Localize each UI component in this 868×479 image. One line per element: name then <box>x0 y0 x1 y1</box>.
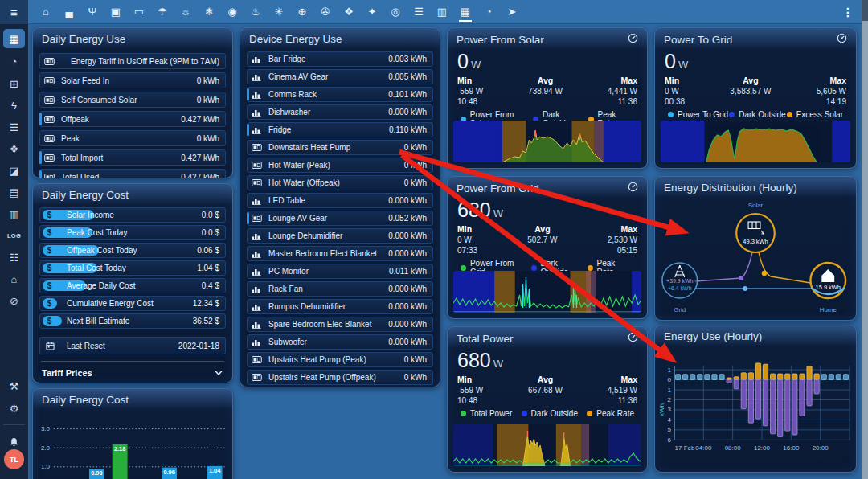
counter-icon <box>252 356 264 363</box>
list-item[interactable]: Upstairs Heat Pump (Peak)0 kWh <box>247 352 433 367</box>
list-item[interactable]: Bar Fridge0.003 kWh <box>247 51 433 67</box>
sidebar-item-edit-off[interactable]: ⊘ <box>3 291 25 310</box>
cameras-icon[interactable]: ◎ <box>388 1 403 23</box>
list-item[interactable]: Dishwasher0.000 kWh <box>247 104 433 120</box>
list-item[interactable]: Spare Bedroom Elec Blanket0.000 kWh <box>247 317 433 332</box>
list-item[interactable]: Downstairs Heat Pump0 kWh <box>247 140 433 155</box>
list-item[interactable]: LED Table0.000 kWh <box>247 193 433 208</box>
sidebar-item-lists[interactable]: ☷ <box>3 248 25 267</box>
projector-icon[interactable]: ▣ <box>108 1 123 23</box>
list-item[interactable]: Peak0 kWh <box>39 130 226 146</box>
last-reset-row[interactable]: Last Reset 2022-01-18 <box>39 337 226 354</box>
sidebar-item-dashboard[interactable]: ▦ <box>3 29 25 48</box>
list-item[interactable]: Fridge0.110 kWh <box>247 122 433 137</box>
legend-label: Power To Grid <box>678 110 728 119</box>
climate-icon[interactable]: ❄ <box>202 1 216 23</box>
cost-item[interactable]: $Total Cost Today1.04 $ <box>39 260 226 276</box>
exit-icon[interactable]: ➤ <box>505 1 519 23</box>
legend-item[interactable]: Total Power <box>461 409 512 418</box>
legend-item[interactable]: Dark Outside <box>522 409 578 418</box>
legend-item[interactable]: Dark Outside <box>729 110 785 119</box>
scrollbar[interactable] <box>862 0 868 479</box>
irrigation-icon[interactable]: ✳ <box>272 1 286 23</box>
panel-daily-cost-chart: Daily Energy Cost 3.02.01.00.902.180.961… <box>32 388 233 479</box>
legend-item[interactable]: Peak Rate <box>587 409 634 418</box>
sofa-icon[interactable]: ▄ <box>62 1 76 23</box>
sidebar-item-media[interactable]: ◪ <box>3 161 25 180</box>
panel-title: Total Power <box>457 333 514 345</box>
gauge-icon[interactable] <box>628 332 638 345</box>
sidebar-item-shield[interactable]: ❖ <box>3 139 25 158</box>
sidebar-item-home-config[interactable]: ⌂ <box>3 269 25 289</box>
list-item[interactable]: Master Bedroom Elect Blanket0.000 kWh <box>247 246 433 261</box>
bedroom-icon[interactable]: ▭ <box>132 1 146 23</box>
list-item[interactable]: Total Import0.427 kWh <box>39 149 226 166</box>
cost-item[interactable]: $Peak Cost Today0.0 $ <box>39 225 226 240</box>
hourly-bar-down <box>748 380 753 424</box>
sidebar-item-devices[interactable]: ⊞ <box>3 74 25 93</box>
energy-table-icon[interactable]: ▦ <box>458 1 473 23</box>
sidebar-item-energy[interactable]: ϟ <box>3 96 25 115</box>
hourly-bar-down <box>800 380 805 416</box>
sidebar-item-history[interactable]: ◔ <box>3 51 25 71</box>
bar-chart-icon <box>252 303 264 311</box>
gauge-icon[interactable] <box>837 33 847 46</box>
sidebar-item-todo-list[interactable]: ☰ <box>3 117 25 137</box>
list-item[interactable]: Comms Rack0.101 kWh <box>247 87 433 102</box>
gauge-icon[interactable] <box>628 33 638 46</box>
y-tick-label: 2 <box>668 396 672 403</box>
sidebar-item-logbook[interactable]: ▤ <box>3 182 25 202</box>
solar-flow-dot <box>762 271 767 276</box>
list-item[interactable]: Lounge Dehumidifier0.000 kWh <box>247 228 433 244</box>
gauge-icon[interactable] <box>628 182 638 194</box>
solar-node-circle[interactable] <box>736 214 775 252</box>
sidebar-item-developer-tools[interactable]: ⚒ <box>3 376 25 395</box>
stats-row: Min-559 W10:48 Avg738.94 W Max4,441 W11:… <box>448 73 647 107</box>
list-item[interactable]: Energy Tariff in UseOff Peak (9PM to 7AM… <box>39 53 226 69</box>
lighting-icon[interactable]: ☼ <box>178 1 193 23</box>
legend-item[interactable]: Excess Solar <box>787 110 843 119</box>
security-icon[interactable]: ❖ <box>342 1 356 23</box>
tune-icon[interactable]: ☰ <box>411 1 426 23</box>
cost-item[interactable]: $Solar Income0.0 $ <box>39 207 226 223</box>
panel-power-to-grid: Power To Grid 0W Min0 W00:38 Avg3,583.57… <box>654 27 857 169</box>
presence-icon[interactable]: ✦ <box>365 1 379 23</box>
dining-room-icon[interactable]: Ψ <box>85 1 100 23</box>
list-item[interactable]: Rumpus Dehumidifier0.000 kWh <box>247 299 433 314</box>
total-power-chart <box>453 424 641 466</box>
legend-item[interactable]: Power To Grid <box>668 110 728 119</box>
cost-bar-label: 0.90 <box>91 469 102 477</box>
sliders-icon[interactable]: ▥ <box>435 1 449 23</box>
sidebar-item-log[interactable]: LOG <box>3 226 25 245</box>
list-item[interactable]: Upstairs Heat Pump (Offpeak)0 kWh <box>247 370 433 385</box>
scrollbar-thumb[interactable] <box>862 0 868 21</box>
outdoor-icon[interactable]: ☂ <box>155 1 170 23</box>
list-item[interactable]: Hot Water (Peak)0 kWh <box>247 158 433 173</box>
spa-icon[interactable]: ♨ <box>248 1 263 23</box>
cost-item[interactable]: $Average Daily Cost0.4 $ <box>39 278 226 293</box>
list-item[interactable]: Subwoofer0.000 kWh <box>247 334 433 350</box>
list-item[interactable]: Total Used0.427 kWh <box>39 169 226 178</box>
tariff-prices-expander[interactable]: Tariff Prices <box>33 362 232 383</box>
gauges-icon[interactable]: ◔ <box>481 1 496 23</box>
list-item[interactable]: Rack Fan0.000 kWh <box>247 281 433 297</box>
list-item[interactable]: Offpeak0.427 kWh <box>39 111 226 127</box>
menu-icon[interactable]: ≡ <box>0 0 28 24</box>
list-item[interactable]: Lounge AV Gear0.052 kWh <box>247 211 433 226</box>
list-item[interactable]: Self Consumed Solar0 kWh <box>39 92 226 108</box>
network-icon[interactable]: ⊕ <box>295 1 309 23</box>
user-avatar[interactable]: TL <box>4 449 24 469</box>
list-item[interactable]: Solar Feed In0 kWh <box>39 72 226 88</box>
home-icon[interactable]: ⌂ <box>39 1 53 23</box>
laundry-icon[interactable]: ◉ <box>225 1 240 23</box>
overflow-menu-icon[interactable]: ⋮ <box>842 6 854 18</box>
list-item[interactable]: Cinema AV Gear0.005 kWh <box>247 69 433 84</box>
cost-item[interactable]: $Next Bill Estimate36.52 $ <box>39 313 226 329</box>
sidebar-item-settings[interactable]: ⚙ <box>3 399 25 418</box>
telescope-icon[interactable]: ✇ <box>318 1 333 23</box>
list-item[interactable]: Hot Water (Offpeak)0 kWh <box>247 175 433 190</box>
cost-item[interactable]: $Cumulative Energy Cost12.34 $ <box>39 296 226 311</box>
sidebar-item-server[interactable]: ▥ <box>3 204 25 223</box>
cost-item[interactable]: $Offpeak Cost Today0.06 $ <box>39 243 226 258</box>
list-item[interactable]: PC Monitor0.011 kWh <box>247 264 433 279</box>
